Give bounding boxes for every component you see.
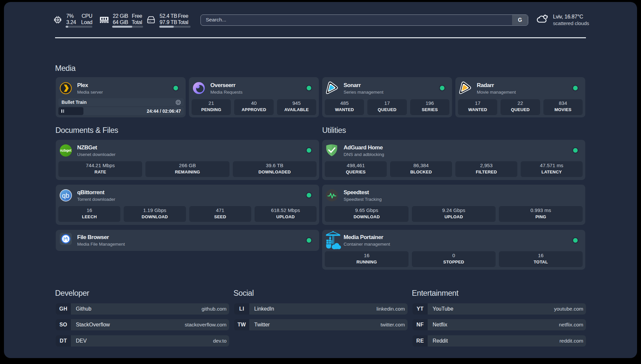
- svg-text:nzbget: nzbget: [60, 148, 72, 152]
- svg-text:qb: qb: [62, 192, 69, 199]
